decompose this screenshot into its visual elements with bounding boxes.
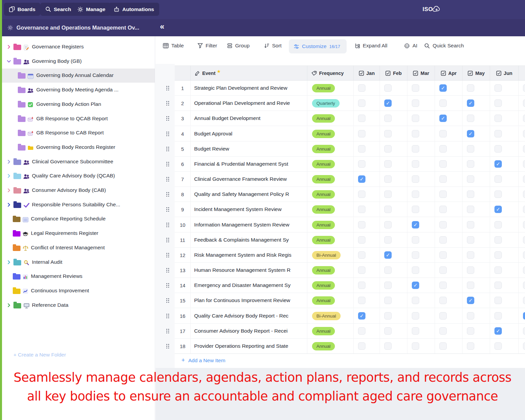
checkbox-feb-unchecked[interactable] bbox=[384, 191, 392, 198]
checkbox-clipped[interactable] bbox=[523, 99, 525, 107]
checkbox-jun-unchecked[interactable] bbox=[494, 115, 502, 122]
row-drag-handle[interactable] bbox=[166, 298, 170, 303]
row-drag-handle[interactable] bbox=[166, 177, 170, 182]
sidebar-item-gb-response-to-qcab-report[interactable]: GB Response to QCAB Report bbox=[0, 112, 155, 126]
checkbox-mar-checked[interactable]: ✓ bbox=[412, 282, 419, 289]
sidebar-item-governing-body-annual-calendar[interactable]: Governing Body Annual Calendar bbox=[0, 69, 155, 83]
sidebar-item-consumer-advisory-body-cab[interactable]: Consumer Advisory Body (CAB) bbox=[0, 183, 155, 198]
checkbox-clipped[interactable] bbox=[523, 84, 525, 92]
checkbox-mar-unchecked[interactable] bbox=[412, 251, 419, 259]
checkbox-may-unchecked[interactable] bbox=[467, 251, 474, 259]
checkbox-clipped[interactable]: ✓ bbox=[523, 312, 525, 320]
chevron-right-icon[interactable] bbox=[7, 45, 11, 49]
checkbox-jun-unchecked[interactable] bbox=[494, 84, 502, 92]
checkbox-apr-checked[interactable]: ✓ bbox=[439, 115, 447, 122]
checkbox-apr-unchecked[interactable] bbox=[439, 130, 447, 137]
checkbox-jun-unchecked[interactable] bbox=[494, 342, 502, 350]
row-drag-handle[interactable] bbox=[166, 238, 170, 243]
checkbox-jun-unchecked[interactable] bbox=[494, 282, 502, 289]
event-cell[interactable]: Provider Operations Reporting and State bbox=[191, 339, 307, 353]
checkbox-clipped[interactable] bbox=[523, 130, 525, 137]
month-column-header-jan[interactable]: Jan bbox=[354, 66, 380, 80]
checkbox-jan-unchecked[interactable] bbox=[358, 130, 365, 137]
sidebar-item-governing-body-meeting-agenda[interactable]: Governing Body Meeting Agenda ... bbox=[0, 83, 155, 97]
frequency-cell[interactable]: Annual bbox=[307, 157, 354, 171]
checkbox-jun-unchecked[interactable] bbox=[494, 236, 502, 244]
month-column-header-jun[interactable]: Jun bbox=[490, 66, 519, 80]
checkbox-feb-unchecked[interactable] bbox=[384, 312, 392, 320]
automations-button[interactable]: Automations bbox=[108, 3, 159, 16]
row-drag-handle[interactable] bbox=[166, 146, 170, 152]
frequency-cell[interactable]: Annual bbox=[307, 111, 354, 126]
checkbox-clipped[interactable] bbox=[523, 342, 525, 350]
checkbox-may-unchecked[interactable] bbox=[467, 342, 474, 350]
checkbox-apr-unchecked[interactable] bbox=[439, 327, 447, 335]
checkbox-clipped[interactable] bbox=[523, 327, 525, 335]
frequency-cell[interactable]: Annual bbox=[307, 187, 354, 202]
checkbox-jan-unchecked[interactable] bbox=[358, 282, 365, 289]
checkbox-jun-checked[interactable]: ✓ bbox=[494, 327, 502, 335]
checkbox-may-unchecked[interactable] bbox=[467, 115, 474, 122]
checkbox-mar-unchecked[interactable] bbox=[412, 99, 419, 107]
search-button[interactable]: Search bbox=[40, 3, 76, 16]
checkbox-may-checked[interactable]: ✓ bbox=[467, 130, 474, 137]
event-cell[interactable]: Budget Review bbox=[191, 141, 307, 156]
sort-button[interactable]: Sort bbox=[264, 43, 281, 49]
checkbox-mar-unchecked[interactable] bbox=[412, 160, 419, 168]
group-button[interactable]: Group bbox=[227, 43, 250, 49]
event-cell[interactable]: Emergency and Disaster Management Sy bbox=[191, 278, 307, 293]
frequency-cell[interactable]: Annual bbox=[307, 339, 354, 353]
customize-button[interactable]: Customize 16/17 bbox=[289, 39, 347, 53]
event-cell[interactable]: Quality Care Advisory Body Report - Rec bbox=[191, 308, 307, 323]
checkbox-jan-unchecked[interactable] bbox=[358, 266, 365, 274]
checkbox-clipped[interactable] bbox=[523, 236, 525, 244]
frequency-column-header[interactable]: Frequency bbox=[307, 66, 354, 80]
checkbox-jan-unchecked[interactable] bbox=[358, 327, 365, 335]
event-cell[interactable]: Consumer Advisory Body Report - Recei bbox=[191, 324, 307, 338]
checkbox-may-unchecked[interactable] bbox=[467, 327, 474, 335]
chevron-right-icon[interactable] bbox=[7, 260, 11, 264]
row-drag-handle[interactable] bbox=[166, 313, 170, 319]
checkbox-feb-unchecked[interactable] bbox=[384, 145, 392, 153]
checkbox-jan-unchecked[interactable] bbox=[358, 342, 365, 350]
frequency-cell[interactable]: Annual bbox=[307, 81, 354, 95]
boards-button[interactable]: Boards bbox=[4, 3, 40, 16]
checkbox-may-checked[interactable]: ✓ bbox=[467, 99, 474, 107]
row-drag-handle[interactable] bbox=[166, 131, 170, 136]
frequency-cell[interactable]: Annual bbox=[307, 217, 354, 232]
checkbox-feb-unchecked[interactable] bbox=[384, 266, 392, 274]
sidebar-item-internal-audit[interactable]: Internal Audit bbox=[0, 255, 155, 269]
event-cell[interactable]: Operational Plan Development and Revie bbox=[191, 96, 307, 111]
sidebar-item-governing-body-action-plan[interactable]: Governing Body Action Plan bbox=[0, 97, 155, 112]
checkbox-mar-unchecked[interactable] bbox=[412, 206, 419, 213]
event-column-header[interactable]: Event ★ bbox=[191, 66, 307, 80]
checkbox-may-unchecked[interactable] bbox=[467, 145, 474, 153]
checkbox-feb-unchecked[interactable] bbox=[384, 221, 392, 228]
frequency-cell[interactable]: Annual bbox=[307, 263, 354, 278]
checkbox-apr-unchecked[interactable] bbox=[439, 206, 447, 213]
checkbox-may-unchecked[interactable] bbox=[467, 191, 474, 198]
checkbox-jun-unchecked[interactable] bbox=[494, 312, 502, 320]
sidebar-item-gb-response-to-cab-report[interactable]: GB Response to CAB Report bbox=[0, 126, 155, 140]
checkbox-apr-unchecked[interactable] bbox=[439, 251, 447, 259]
manage-button[interactable]: Manage bbox=[72, 3, 111, 16]
checkbox-jan-unchecked[interactable] bbox=[358, 115, 365, 122]
event-cell[interactable]: Budget Approval bbox=[191, 126, 307, 141]
checkbox-clipped[interactable] bbox=[523, 115, 525, 122]
event-cell[interactable]: Feedback & Complaints Management Sy bbox=[191, 233, 307, 247]
chevron-right-icon[interactable] bbox=[7, 303, 11, 307]
checkbox-may-unchecked[interactable] bbox=[467, 84, 474, 92]
checkbox-jun-unchecked[interactable] bbox=[494, 266, 502, 274]
checkbox-jun-unchecked[interactable] bbox=[494, 99, 502, 107]
sidebar-item-governing-body-records-register[interactable]: Governing Body Records Register bbox=[0, 140, 155, 155]
add-new-item-button[interactable]: + Add a New Item bbox=[175, 353, 225, 368]
checkbox-clipped[interactable] bbox=[523, 221, 525, 228]
checkbox-jan-unchecked[interactable] bbox=[358, 84, 365, 92]
month-column-header-feb[interactable]: Feb bbox=[380, 66, 407, 80]
checkbox-feb-unchecked[interactable] bbox=[384, 282, 392, 289]
checkbox-may-unchecked[interactable] bbox=[467, 312, 474, 320]
checkbox-clipped[interactable] bbox=[523, 251, 525, 259]
checkbox-jun-unchecked[interactable] bbox=[494, 221, 502, 228]
checkbox-mar-unchecked[interactable] bbox=[412, 115, 419, 122]
row-drag-handle[interactable] bbox=[166, 101, 170, 106]
